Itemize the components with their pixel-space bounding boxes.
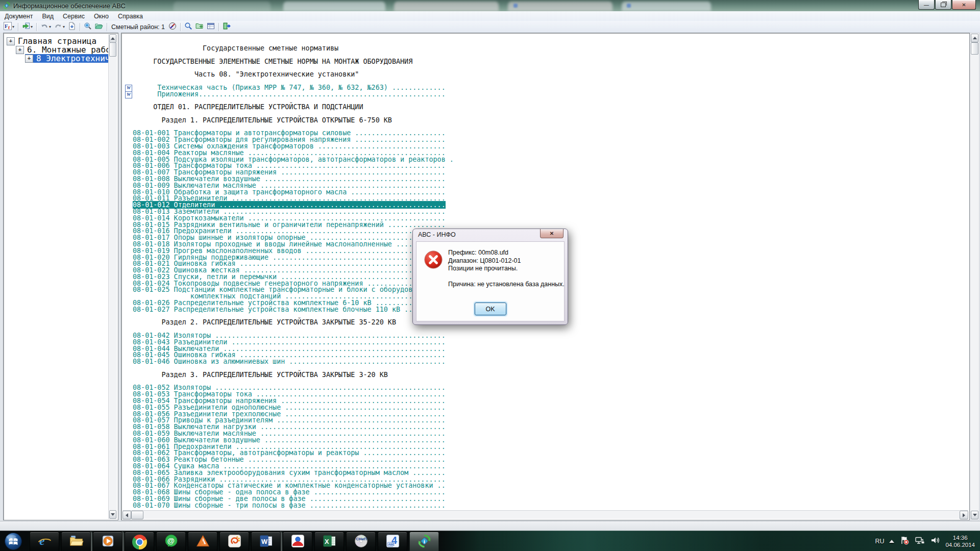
menu-item-view[interactable]: Вид — [37, 12, 58, 20]
scroll-up-button[interactable] — [109, 34, 116, 43]
zoom-globe-button[interactable] — [83, 22, 93, 32]
font-tool-dropdown-icon[interactable]: ▾ — [12, 24, 14, 29]
doc-line-text: ГОСУДАРСТВЕННЫЕ ЭЛЕМЕНТНЫЕ СМЕТНЫЕ НОРМЫ… — [133, 58, 412, 65]
action-center-icon[interactable] — [899, 535, 910, 547]
catalog-button[interactable] — [206, 22, 216, 32]
doc-line[interactable]: 08-01-070 Шины сборные - три полосы в фа… — [122, 503, 968, 509]
region-label: Сметный район: 1 — [111, 23, 165, 31]
tree-scrollbar[interactable] — [108, 34, 117, 519]
doc-line-text: Раздел 2. РАСПРЕДЕЛИТЕЛЬНЫЕ УСТРОЙСТВА З… — [133, 318, 396, 326]
exit-button[interactable] — [222, 22, 232, 32]
toolbar-separator — [36, 23, 37, 31]
restore-icon — [941, 3, 946, 7]
taskbar-mailru-agent[interactable]: @ — [156, 532, 186, 551]
folder-add-button[interactable] — [194, 22, 205, 32]
taskbar-windows-explorer[interactable] — [61, 532, 91, 551]
xnview-icon — [227, 534, 242, 550]
taskbar-snip-disc[interactable]: СНиП — [346, 532, 376, 551]
tree-item-inner: +Главная страница — [7, 37, 98, 45]
system-tray: RU 14:36 04.06.2014 — [875, 531, 978, 551]
hidden-icons-button[interactable] — [889, 537, 894, 543]
scroll-right-button[interactable] — [960, 511, 968, 519]
mailru-icon: @ — [164, 534, 179, 550]
dialog-text-line: Диапазон: Ц0801-012-01 — [448, 257, 565, 265]
dialog-body: Префикс: 00m08.ufdДиапазон: Ц0801-012-01… — [416, 241, 565, 321]
svg-text:@: @ — [167, 536, 174, 544]
redo-button[interactable]: ▾ — [53, 22, 66, 32]
start-button[interactable] — [4, 532, 22, 550]
error-dialog: АВС - ИНФО ✕ Префикс: 00m08.ufdДиапазон:… — [412, 229, 568, 325]
scroll-down-button[interactable] — [971, 511, 978, 519]
tree-item-label: 8 Электротехнич… — [36, 54, 108, 63]
doc-line-text: 08-01-046 Ошиновка из алюминиевых шин ..… — [133, 358, 446, 365]
taskbar-red-ribbon-app[interactable] — [283, 532, 312, 551]
minimize-button[interactable]: — — [918, 0, 935, 10]
undo-dropdown-icon[interactable]: ▾ — [49, 24, 51, 29]
taskbar-abc-info[interactable]: i — [409, 532, 439, 551]
open-folder-button[interactable] — [94, 22, 104, 32]
taskbar-internet-explorer[interactable]: e — [30, 532, 59, 551]
redo-dropdown-icon[interactable]: ▾ — [63, 24, 65, 29]
restore-button[interactable] — [935, 0, 951, 10]
taskbar-media-player[interactable] — [93, 532, 122, 551]
dialog-message: Префикс: 00m08.ufdДиапазон: Ц0801-012-01… — [448, 249, 565, 289]
scroll-left-button[interactable] — [122, 511, 131, 519]
toolbar-separator — [80, 23, 80, 31]
menu-item-help[interactable]: Справка — [113, 12, 148, 20]
svg-text:i: i — [6, 4, 7, 7]
menu-item-window[interactable]: Окно — [89, 12, 113, 20]
doc-line[interactable]: 08-01-046 Ошиновка из алюминиевых шин ..… — [122, 359, 968, 365]
tree-item-section-8-electro[interactable]: +8 Электротехнич… — [5, 54, 108, 63]
menu-item-document[interactable]: Документ — [0, 12, 37, 20]
doc-line: ГОСУДАРСТВЕННЫЕ ЭЛЕМЕНТНЫЕ СМЕТНЫЕ НОРМЫ… — [122, 59, 968, 65]
search-button[interactable] — [183, 22, 193, 32]
region-compass-button[interactable] — [167, 22, 178, 32]
toolbar-separator — [107, 23, 107, 31]
taskbar-word[interactable]: W — [251, 532, 281, 551]
abc4-icon: 4АВС — [385, 534, 400, 550]
language-indicator[interactable]: RU — [875, 538, 884, 545]
taskbar-abc4[interactable]: 4АВС — [378, 532, 407, 551]
error-icon — [424, 250, 443, 269]
abcinfo-icon: i — [417, 534, 432, 550]
expand-plus-icon[interactable]: + — [7, 37, 15, 45]
app-icon: i — [3, 2, 11, 10]
goto-page-button[interactable]: ▾ — [21, 22, 34, 32]
arrow-right-icon — [963, 513, 967, 517]
taskbar-excel[interactable]: X — [314, 532, 344, 551]
tree: +Главная страница+6. Монтажные работ…+8 … — [5, 34, 108, 519]
tree-item-main-page[interactable]: +Главная страница — [5, 37, 108, 45]
doc-line[interactable]: W Приложения............................… — [122, 91, 968, 98]
taskbar-chrome[interactable] — [125, 532, 154, 551]
vertical-scrollbar[interactable] — [970, 33, 979, 520]
taskbar-xnview[interactable] — [219, 532, 249, 551]
svg-text:АВС: АВС — [388, 543, 395, 546]
zoom-globe-icon — [84, 22, 92, 32]
scroll-up-button[interactable] — [971, 34, 978, 42]
scroll-down-button[interactable] — [109, 510, 116, 519]
close-button[interactable]: ✕ — [952, 0, 976, 10]
dialog-text-line — [448, 273, 565, 281]
expand-plus-icon[interactable]: + — [25, 55, 33, 63]
scrollbar-thumb[interactable] — [131, 511, 143, 519]
network-icon[interactable] — [915, 535, 925, 547]
report-page-button[interactable] — [67, 22, 77, 32]
goto-page-dropdown-icon[interactable]: ▾ — [31, 24, 33, 29]
font-tool-button[interactable]: Ff▾ — [3, 22, 15, 32]
tree-item-section-6-montazh[interactable]: +6. Монтажные работ… — [5, 45, 108, 54]
taskbar-orange-pyramid-app[interactable] — [188, 532, 217, 551]
horizontal-scrollbar[interactable] — [122, 510, 968, 519]
toolbar-separator — [18, 23, 18, 31]
ok-button[interactable]: OK — [475, 303, 506, 315]
scrollbar-thumb[interactable] — [971, 42, 978, 55]
doc-line: Раздел 3. РАСПРЕДЕЛИТЕЛЬНЫЕ УСТРОЙСТВА З… — [122, 372, 968, 379]
volume-icon[interactable] — [930, 535, 940, 547]
dialog-close-button[interactable]: ✕ — [540, 229, 564, 238]
clock[interactable]: 14:36 04.06.2014 — [945, 534, 978, 548]
background-tab — [283, 2, 385, 11]
menu-item-service[interactable]: Сервис — [58, 12, 89, 20]
doc-line: ОТДЕЛ 01. РАСПРЕДЕЛИТЕЛЬНЫЕ УСТРОЙСТВА И… — [122, 104, 968, 111]
expand-plus-icon[interactable]: + — [16, 46, 24, 54]
undo-button[interactable]: ▾ — [39, 22, 52, 32]
scrollbar-thumb[interactable] — [109, 42, 116, 57]
